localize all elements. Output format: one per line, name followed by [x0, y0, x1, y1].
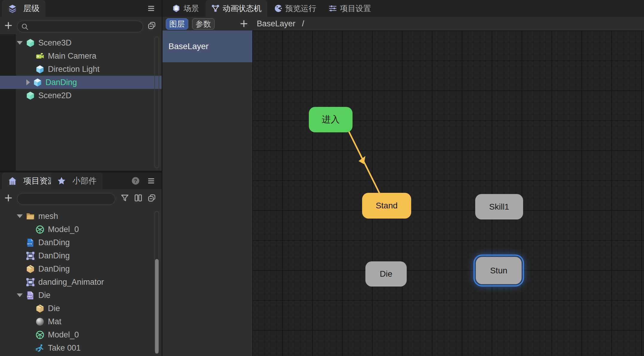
asset-item-label: Take 001: [48, 343, 81, 353]
add-asset-button[interactable]: [4, 193, 13, 202]
asset-row-die-fbx[interactable]: FBX Die: [0, 289, 162, 302]
breadcrumb-separator: /: [302, 19, 304, 28]
hierarchy-search[interactable]: [17, 21, 143, 32]
asset-row-danding-animator[interactable]: 3D DanDing: [0, 249, 162, 262]
asset-row-die-prefab[interactable]: Die: [0, 302, 162, 315]
breadcrumb-layer[interactable]: BaseLayer: [257, 19, 295, 28]
state-machine-icon: [211, 4, 220, 13]
asset-item-label: Die: [48, 304, 60, 313]
asset-item-label: Model_0: [48, 225, 79, 234]
layers-mode-button[interactable]: 图层: [166, 18, 188, 30]
caret-down-icon[interactable]: [17, 41, 23, 45]
asset-row-mat[interactable]: Mat: [0, 315, 162, 328]
fbx-file-icon: FBX: [26, 291, 35, 300]
hierarchy-menu-icon[interactable]: [147, 4, 156, 13]
folder-icon: [26, 212, 35, 221]
filter-icon[interactable]: [120, 193, 129, 202]
prefab-box-icon: [35, 304, 45, 313]
tab-label: 项目设置: [340, 3, 371, 14]
tree-row-danding[interactable]: DanDing: [0, 76, 162, 89]
tree-item-label: Scene3D: [38, 38, 72, 48]
prefab-box-icon: [26, 264, 35, 274]
help-icon[interactable]: ?: [131, 176, 140, 185]
animator-3d-icon: 3D: [26, 278, 35, 287]
tab-label: 预览运行: [285, 3, 316, 14]
breadcrumb: BaseLayer /: [257, 17, 304, 31]
tab-scene[interactable]: 场景: [166, 0, 205, 17]
state-node-die[interactable]: Die: [365, 261, 407, 287]
hierarchy-search-input[interactable]: [31, 22, 139, 31]
hierarchy-tab-label: 层级: [23, 3, 40, 14]
add-entity-button[interactable]: [4, 21, 13, 30]
caret-right-icon[interactable]: [26, 79, 30, 85]
animator-3d-icon: 3D: [26, 251, 35, 260]
scene-cube-icon: [26, 38, 35, 48]
columns-view-icon[interactable]: [134, 193, 143, 202]
preview-run-icon: [274, 4, 282, 13]
hierarchy-header: 层级: [0, 0, 162, 17]
asset-item-label: Model_0: [48, 330, 79, 340]
scene-icon: [172, 4, 180, 13]
state-node-stand[interactable]: Stand: [362, 193, 411, 219]
tab-hierarchy[interactable]: 层级: [2, 0, 45, 17]
caret-down-icon[interactable]: [17, 293, 23, 297]
tab-label: 动画状态机: [223, 3, 262, 14]
transition-edges: [252, 31, 644, 356]
svg-text:KTX: KTX: [28, 243, 32, 245]
house-icon: [8, 176, 17, 186]
state-node-stun[interactable]: Stun: [476, 257, 522, 284]
tab-animation-state-machine[interactable]: 动画状态机: [206, 0, 267, 17]
layer-item-baselayer[interactable]: BaseLayer: [162, 31, 252, 62]
animation-clip-icon: [35, 343, 45, 353]
hierarchy-toolbar: [0, 17, 162, 34]
star-icon: [57, 176, 66, 186]
state-node-skill1[interactable]: Skill1: [475, 194, 523, 219]
tree-row-main-camera[interactable]: Main Camera: [0, 49, 162, 63]
svg-text:?: ?: [134, 178, 137, 184]
parameters-button-label: 参数: [196, 19, 211, 29]
settings-sliders-icon: [329, 4, 337, 13]
collapse-all-icon[interactable]: [147, 21, 156, 30]
asset-item-label: DanDing: [38, 264, 70, 274]
tab-widgets[interactable]: 小部件: [51, 172, 103, 189]
add-layer-button[interactable]: [239, 19, 248, 28]
state-machine-canvas[interactable]: 进入 Stand Skill1 Die Stun: [252, 31, 644, 356]
parameters-mode-button[interactable]: 参数: [192, 18, 215, 30]
assets-scrollbar-thumb[interactable]: [155, 259, 159, 354]
asset-item-label: Mat: [48, 317, 61, 326]
caret-down-icon[interactable]: [17, 214, 23, 218]
asset-row-mesh[interactable]: mesh: [0, 210, 162, 223]
mesh-icon: [35, 225, 45, 234]
ktx-texture-icon: KTX: [26, 238, 35, 247]
hierarchy-scrollbar[interactable]: [154, 37, 159, 168]
node-label: Stand: [376, 201, 397, 210]
assets-search[interactable]: [17, 193, 115, 205]
asset-row-model0-die[interactable]: Model_0: [0, 328, 162, 341]
svg-text:3D: 3D: [29, 281, 32, 284]
tab-project-settings[interactable]: 项目设置: [323, 0, 377, 17]
asset-item-label: Die: [38, 291, 51, 300]
assets-search-input[interactable]: [23, 195, 116, 203]
asset-row-danding-ktx[interactable]: KTX DanDing: [0, 236, 162, 249]
material-sphere-icon: [35, 317, 45, 326]
asset-row-danding-prefab[interactable]: DanDing: [0, 262, 162, 275]
tree-row-scene3d[interactable]: Scene3D: [0, 36, 162, 49]
collapse-all-icon[interactable]: [147, 193, 156, 202]
widgets-tab-label: 小部件: [72, 175, 97, 186]
tab-label: 场景: [183, 3, 199, 14]
node-label: Skill1: [489, 202, 509, 212]
node-label: 进入: [322, 113, 340, 126]
asset-row-danding-animator2[interactable]: 3D danding_Animator: [0, 275, 162, 289]
search-icon: [21, 23, 29, 31]
state-node-entry[interactable]: 进入: [309, 107, 353, 132]
tree-item-label: Direction Light: [48, 65, 100, 74]
asset-item-label: DanDing: [38, 251, 70, 260]
tree-row-direction-light[interactable]: Direction Light: [0, 63, 162, 76]
asset-row-model0[interactable]: Model_0: [0, 223, 162, 236]
node-label: Stun: [490, 266, 508, 275]
cube-blue-icon: [33, 78, 42, 87]
tab-preview-run[interactable]: 预览运行: [268, 0, 322, 17]
asset-row-take001[interactable]: Take 001: [0, 341, 162, 355]
tree-row-scene2d[interactable]: Scene2D: [0, 89, 162, 102]
assets-menu-icon[interactable]: [147, 176, 156, 185]
